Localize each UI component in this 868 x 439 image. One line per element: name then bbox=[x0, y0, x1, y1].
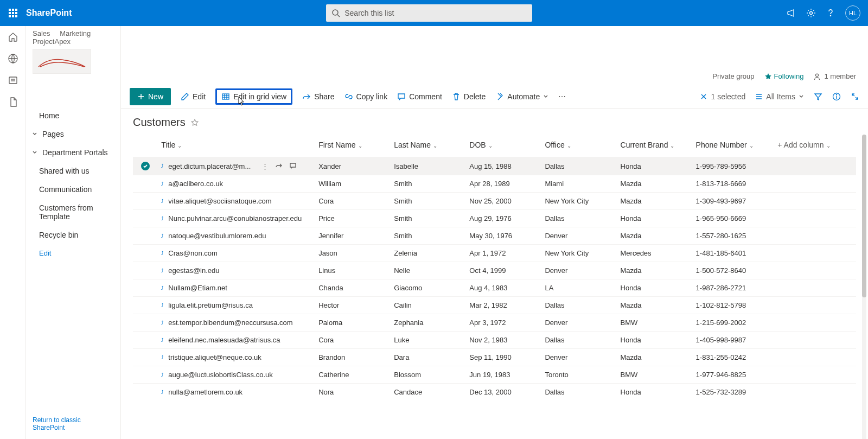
row-comment-icon[interactable] bbox=[289, 162, 297, 170]
automate-button[interactable]: Automate bbox=[495, 92, 548, 101]
nav-item-communication[interactable]: Communication bbox=[26, 180, 120, 199]
comment-button[interactable]: Comment bbox=[397, 92, 442, 101]
copy-link-button[interactable]: Copy link bbox=[344, 92, 388, 101]
row-title[interactable]: ligula.elit.pretium@risus.ca bbox=[168, 301, 253, 309]
table-row[interactable]: ⤴eget.dictum.placerat@m... ⋮XanderIsabel… bbox=[133, 157, 856, 175]
col-phone-number[interactable]: Phone Number⌄ bbox=[693, 136, 775, 157]
col-dob[interactable]: DOB⌄ bbox=[466, 136, 541, 157]
row-more-icon[interactable]: ⋮ bbox=[261, 162, 269, 170]
row-title[interactable]: eleifend.nec.malesuada@atrisus.ca bbox=[168, 336, 280, 344]
col-last-name[interactable]: Last Name⌄ bbox=[391, 136, 466, 157]
row-title[interactable]: a@aclibero.co.uk bbox=[168, 180, 223, 188]
suite-bar: SharePoint Search this list HL bbox=[0, 0, 868, 26]
table-row[interactable]: ⤴a@aclibero.co.ukWilliamSmithApr 28, 198… bbox=[133, 175, 856, 193]
row-title[interactable]: tristique.aliquet@neque.co.uk bbox=[168, 353, 261, 361]
news-icon[interactable] bbox=[8, 75, 18, 86]
link-glyph-icon: ⤴ bbox=[161, 251, 164, 256]
row-title[interactable]: nulla@ametlorem.co.uk bbox=[168, 388, 242, 396]
share-button[interactable]: Share bbox=[302, 92, 334, 101]
avatar[interactable]: HL bbox=[845, 5, 860, 21]
nav-item-department-portals[interactable]: Department Portals bbox=[26, 143, 120, 162]
megaphone-icon[interactable] bbox=[787, 8, 796, 18]
col-first-name[interactable]: First Name⌄ bbox=[315, 136, 391, 157]
row-title[interactable]: Cras@non.com bbox=[168, 249, 218, 257]
file-icon[interactable] bbox=[8, 97, 18, 107]
nav-item-shared-with-us[interactable]: Shared with us bbox=[26, 162, 120, 180]
add-column-button[interactable]: + Add column⌄ bbox=[774, 136, 856, 157]
gear-icon[interactable] bbox=[806, 8, 816, 18]
cell-office: Denver bbox=[541, 349, 617, 366]
site-tab-marketing[interactable]: Marketing bbox=[60, 29, 91, 37]
chevron-down-icon bbox=[31, 149, 38, 156]
nav-item-home[interactable]: Home bbox=[26, 106, 120, 125]
clear-selection-button[interactable]: 1 selected bbox=[700, 92, 745, 101]
row-title[interactable]: natoque@vestibulumlorem.edu bbox=[168, 232, 266, 240]
cell-brand: Honda bbox=[617, 384, 693, 401]
nav-item-customers-from-template[interactable]: Customers from Template bbox=[26, 199, 120, 226]
table-row[interactable]: ⤴egestas@in.eduLinusNelleOct 4, 1999Denv… bbox=[133, 262, 856, 279]
row-title[interactable]: Nullam@Etiam.net bbox=[168, 284, 227, 292]
cell-dob: Apr 1, 1972 bbox=[466, 245, 541, 262]
app-launcher-button[interactable] bbox=[0, 0, 26, 26]
link-glyph-icon: ⤴ bbox=[161, 372, 164, 378]
help-icon[interactable] bbox=[826, 8, 835, 18]
expand-icon[interactable] bbox=[851, 92, 859, 101]
edit-grid-view-button[interactable]: Edit in grid view bbox=[215, 88, 292, 105]
svg-point-23 bbox=[836, 94, 837, 94]
table-row[interactable]: ⤴ligula.elit.pretium@risus.caHectorCaili… bbox=[133, 297, 856, 314]
table-row[interactable]: ⤴tristique.aliquet@neque.co.ukBrandonDar… bbox=[133, 349, 856, 366]
table-row[interactable]: ⤴Nullam@Etiam.netChandaGiacomoAug 4, 198… bbox=[133, 279, 856, 297]
site-tab-projectapex[interactable]: ProjectApex bbox=[33, 37, 71, 46]
follow-button[interactable]: Following bbox=[764, 72, 804, 80]
col-current-brand[interactable]: Current Brand⌄ bbox=[617, 136, 693, 157]
nav-item-recycle-bin[interactable]: Recycle bin bbox=[26, 226, 120, 244]
cell-first: Jennifer bbox=[315, 227, 391, 245]
row-title[interactable]: est.tempor.bibendum@neccursusa.com bbox=[168, 319, 292, 327]
table-row[interactable]: ⤴Nunc.pulvinar.arcu@conubianostraper.edu… bbox=[133, 210, 856, 227]
members-button[interactable]: 1 member bbox=[813, 72, 856, 80]
table-row[interactable]: ⤴augue@luctuslobortisClass.co.ukCatherin… bbox=[133, 366, 856, 384]
link-glyph-icon: ⤴ bbox=[161, 216, 164, 221]
star-outline-icon[interactable] bbox=[191, 119, 199, 126]
col-office[interactable]: Office⌄ bbox=[541, 136, 617, 157]
row-title[interactable]: egestas@in.edu bbox=[168, 266, 219, 275]
row-title[interactable]: Nunc.pulvinar.arcu@conubianostraper.edu bbox=[168, 214, 302, 222]
view-selector[interactable]: All Items bbox=[755, 92, 804, 101]
site-logo[interactable] bbox=[33, 49, 91, 74]
table-row[interactable]: ⤴nulla@ametlorem.co.ukNoraCandaceDec 13,… bbox=[133, 384, 856, 401]
cell-brand: Honda bbox=[617, 157, 693, 175]
return-classic-link[interactable]: Return to classic SharePoint bbox=[26, 412, 120, 436]
cell-phone: 1-405-998-9987 bbox=[693, 332, 775, 349]
filter-icon[interactable] bbox=[814, 92, 822, 101]
table-row[interactable]: ⤴eleifend.nec.malesuada@atrisus.caCoraLu… bbox=[133, 332, 856, 349]
search-input[interactable]: Search this list bbox=[326, 4, 532, 22]
row-title[interactable]: augue@luctuslobortisClass.co.uk bbox=[168, 371, 272, 379]
table-row[interactable]: ⤴Cras@non.comJasonZeleniaApr 1, 1972New … bbox=[133, 245, 856, 262]
edit-button[interactable]: Edit bbox=[181, 92, 206, 101]
row-title[interactable]: eget.dictum.placerat@m... bbox=[168, 162, 251, 170]
home-icon[interactable] bbox=[8, 31, 18, 42]
suite-title[interactable]: SharePoint bbox=[26, 8, 72, 18]
row-share-icon[interactable] bbox=[275, 162, 283, 170]
info-icon[interactable] bbox=[832, 92, 841, 101]
site-tab-sales[interactable]: Sales bbox=[33, 29, 50, 37]
table-row[interactable]: ⤴vitae.aliquet@sociisnatoque.comCoraSmit… bbox=[133, 193, 856, 210]
nav-edit[interactable]: Edit bbox=[26, 244, 120, 262]
table-row[interactable]: ⤴natoque@vestibulumlorem.eduJenniferSmit… bbox=[133, 227, 856, 245]
cell-last: Isabelle bbox=[391, 157, 466, 175]
scrollbar[interactable] bbox=[862, 135, 866, 439]
scroll-thumb[interactable] bbox=[862, 135, 866, 297]
globe-icon[interactable] bbox=[8, 53, 18, 64]
nav-item-pages[interactable]: Pages bbox=[26, 125, 120, 143]
link-glyph-icon: ⤴ bbox=[161, 338, 164, 343]
cell-last: Nelle bbox=[391, 262, 466, 279]
grid-label: Edit in grid view bbox=[233, 92, 286, 101]
row-title[interactable]: vitae.aliquet@sociisnatoque.com bbox=[168, 197, 271, 205]
delete-button[interactable]: Delete bbox=[452, 92, 486, 101]
col-title[interactable]: Title⌄ bbox=[158, 136, 315, 157]
more-button[interactable]: ⋯ bbox=[558, 92, 566, 101]
table-row[interactable]: ⤴est.tempor.bibendum@neccursusa.comPalom… bbox=[133, 314, 856, 332]
new-button[interactable]: New bbox=[130, 88, 171, 105]
svg-point-3 bbox=[830, 15, 831, 16]
cell-first: Cora bbox=[315, 193, 391, 210]
